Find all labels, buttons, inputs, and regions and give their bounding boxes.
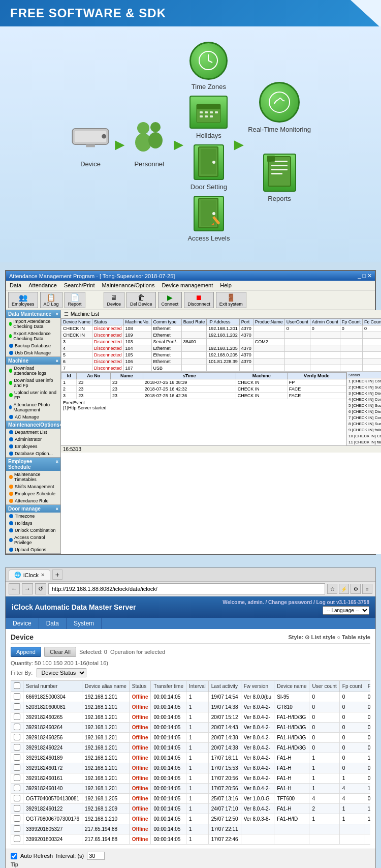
event-item: 1 [CHECK IN] Connecting with 16:08:40 07… — [347, 378, 381, 384]
table-row: 323232018-07-25 16:42:36CHECK INFACE — [61, 393, 346, 399]
row-checkbox[interactable] — [14, 744, 20, 751]
device-table-container[interactable]: Device Name Status MachineNo. Comm type … — [61, 318, 381, 372]
col-status: Status — [92, 319, 124, 325]
holidays-icon — [189, 96, 228, 129]
table-row: 3Disconnected103Serial Port/...38400COM2 — [61, 339, 382, 345]
auto-refresh-checkbox[interactable] — [11, 853, 17, 859]
row-checkbox[interactable] — [14, 713, 20, 720]
ams-sidebar: Data Maintenance « Import Attendance Che… — [6, 310, 61, 554]
ams-menu-device[interactable]: Device management — [160, 282, 214, 289]
sidebar-item-upload-opts[interactable]: Upload Options — [6, 546, 60, 553]
table-row: OGT708006707300176192.168.1.210Offline00… — [11, 814, 371, 824]
browser-tab[interactable]: 🌐 iClock ✕ — [9, 570, 50, 580]
ams-menu-help[interactable]: Help — [218, 282, 233, 289]
row-checkbox[interactable] — [14, 815, 20, 822]
interval-input[interactable] — [87, 852, 105, 860]
arrow-2: ► — [171, 135, 187, 154]
sidebar-item-upload-user[interactable]: Upload user info and FP — [6, 389, 60, 401]
sidebar-item-backup[interactable]: Backup Database — [6, 342, 60, 349]
refresh-btn[interactable]: ↺ — [35, 583, 46, 594]
col-device-name: Device Name — [61, 319, 92, 325]
ams-menu-data[interactable]: Data — [8, 282, 23, 289]
row-checkbox[interactable] — [14, 703, 20, 710]
svg-rect-32 — [271, 169, 288, 170]
sidebar-item-employees[interactable]: Employees — [6, 443, 60, 450]
event-header: Status Time — [347, 372, 381, 378]
table-row: 4Disconnected104Ethernet192.168.1.205437… — [61, 345, 382, 352]
sidebar-item-dept[interactable]: Department List — [6, 429, 60, 436]
sidebar-item-photo[interactable]: Attendance Photo Management — [6, 401, 60, 413]
menu-icon[interactable]: ≡ — [362, 584, 372, 594]
select-all-checkbox[interactable] — [14, 682, 20, 689]
svg-point-4 — [137, 122, 149, 134]
filter-select[interactable]: Device Status — [37, 668, 86, 677]
style-options: Style: ⊙ List style ○ Table style — [288, 634, 370, 641]
row-checkbox[interactable] — [14, 724, 20, 730]
star-icon[interactable]: ☆ — [327, 584, 337, 594]
row-checkbox[interactable] — [14, 754, 20, 761]
sidebar-item-timetable[interactable]: Maintenance Timetables — [6, 471, 60, 483]
row-checkbox[interactable] — [14, 805, 20, 812]
ams-main-area: ☰ Machine List Device Name Status Machin… — [61, 310, 381, 554]
web-app-title: iClock Automatic Data Master Server — [12, 603, 136, 611]
sidebar-item-unlock[interactable]: Unlock Combination — [6, 527, 60, 534]
sidebar-item-timezone[interactable]: Timezone — [6, 513, 60, 520]
sidebar-item-db[interactable]: Database Option... — [6, 450, 60, 457]
sidebar-item-att-rule[interactable]: Attendance Rule — [6, 497, 60, 504]
exec-area: ExecEvent [1]Http Server started — [61, 399, 346, 411]
sidebar-item-download-user[interactable]: Download user info and Fp — [6, 377, 60, 389]
row-checkbox[interactable] — [14, 825, 20, 832]
interval-label: Interval: (s) — [56, 853, 84, 859]
web-table-container[interactable]: Serial number Device alias name Status T… — [11, 680, 370, 845]
sidebar-item-access-priv[interactable]: Access Control Privilege — [6, 534, 60, 546]
url-bar[interactable] — [48, 583, 325, 594]
sidebar-item-holidays[interactable]: Holidays — [6, 520, 60, 527]
dot-icon — [9, 475, 13, 479]
sidebar-item-download-logs[interactable]: Download attendance logs — [6, 365, 60, 377]
ams-menu-maintenance[interactable]: Maintenance/Options — [100, 282, 156, 289]
tab-ac-log[interactable]: 📋 AC Log — [40, 292, 62, 308]
back-btn[interactable]: ← — [9, 583, 20, 594]
nav-device[interactable]: Device — [6, 618, 39, 629]
row-checkbox[interactable] — [14, 693, 20, 700]
btn-connect[interactable]: ▶ Connect — [158, 292, 182, 308]
row-checkbox[interactable] — [14, 734, 20, 740]
sidebar-item-usb[interactable]: Usb Disk Manage — [6, 349, 60, 356]
nav-data[interactable]: Data — [39, 618, 67, 629]
tab-close-btn[interactable]: ✕ — [41, 572, 45, 578]
tab-report[interactable]: 📄 Report — [65, 292, 85, 308]
sidebar-item-export[interactable]: Export Attendance Checking Data — [6, 330, 60, 342]
new-tab-btn[interactable]: + — [52, 570, 62, 580]
language-dropdown[interactable]: -- Language -- — [323, 606, 369, 615]
ams-menu-search[interactable]: Search/Print — [62, 282, 97, 289]
btn-exit[interactable]: 🚪 Exit system — [216, 292, 246, 308]
row-checkbox[interactable] — [14, 835, 20, 842]
browser-nav-bar: ← → ↺ ☆ ⚡ ⚙ ≡ — [6, 582, 375, 596]
th-interval: Interval — [186, 681, 209, 692]
th-status: Status — [129, 681, 151, 692]
clear-btn[interactable]: Clear All — [44, 647, 76, 657]
plug-icon[interactable]: ⚡ — [339, 584, 349, 594]
row-checkbox[interactable] — [14, 774, 20, 781]
sidebar-item-shifts[interactable]: Shifts Management — [6, 483, 60, 490]
filter-label: Filter By: — [11, 670, 33, 676]
btn-disconnect[interactable]: ⏹ Disconnect — [184, 292, 214, 308]
row-checkbox[interactable] — [14, 764, 20, 771]
ams-menu-attendance[interactable]: Attendance — [27, 282, 58, 289]
append-btn[interactable]: Append — [11, 647, 41, 657]
settings-icon[interactable]: ⚙ — [351, 584, 361, 594]
row-checkbox[interactable] — [14, 785, 20, 791]
feature-door: Door Setting — [190, 144, 227, 191]
sidebar-item-admin[interactable]: Administrator — [6, 436, 60, 443]
sidebar-item-emp-schedule[interactable]: Employee Schedule — [6, 490, 60, 497]
browser-tab-title: iClock — [23, 572, 39, 578]
btn-device[interactable]: 🖥 Device — [104, 292, 125, 308]
tab-employees[interactable]: 👥 Employees — [8, 292, 38, 308]
forward-btn[interactable]: → — [22, 583, 33, 594]
row-checkbox[interactable] — [14, 795, 20, 801]
browser-icon-group: ☆ ⚡ ⚙ ≡ — [327, 584, 372, 594]
btn-del-device[interactable]: 🗑 Del Device — [126, 292, 156, 308]
nav-system[interactable]: System — [67, 618, 102, 629]
sidebar-item-ac[interactable]: AC Manage — [6, 413, 60, 421]
sidebar-item-import[interactable]: Import Attendance Checking Data — [6, 318, 60, 330]
